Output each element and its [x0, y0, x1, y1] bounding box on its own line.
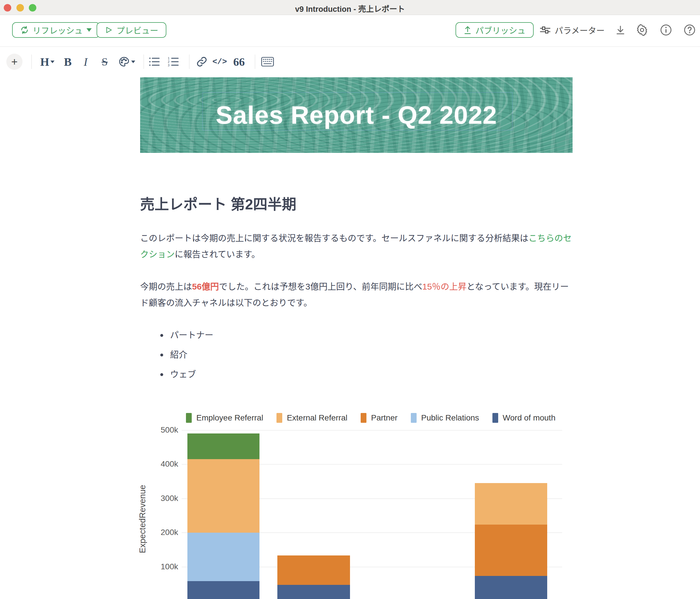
upload-icon	[464, 26, 472, 34]
keyboard-shortcuts-button[interactable]	[259, 47, 276, 76]
bar-segment	[475, 525, 547, 576]
legend-swatch	[186, 413, 192, 423]
quote-button[interactable]: 66	[231, 47, 247, 76]
list-item: ウェブ	[140, 364, 544, 384]
revenue-highlight: 56億円	[192, 282, 219, 291]
growth-highlight: 15％の上昇	[422, 282, 467, 291]
sliders-icon	[540, 25, 551, 35]
preview-button[interactable]: プレビュー	[97, 22, 166, 38]
chevron-down-icon	[50, 61, 54, 63]
paragraph-1: このレポートは今期の売上に関する状況を報告するものです。セールスファネルに関する…	[140, 230, 575, 262]
bar-segment	[188, 533, 259, 581]
gridline	[182, 430, 562, 431]
preview-label: プレビュー	[117, 24, 158, 36]
link-button[interactable]	[194, 47, 210, 76]
bar-segment	[277, 585, 350, 599]
chart-legend: Employee ReferralExternal ReferralPartne…	[186, 413, 555, 423]
legend-swatch	[493, 413, 498, 423]
action-toolbar: リフレッシュ プレビュー パブリッシュ パラメーター	[0, 15, 700, 47]
list-item: 紹介	[140, 345, 544, 364]
refresh-icon	[20, 26, 29, 34]
play-icon	[105, 26, 113, 34]
hero-image[interactable]: Sales Report - Q2 2022	[140, 77, 573, 153]
heading-style-button[interactable]: H	[38, 47, 56, 76]
legend-item: Word of mouth	[493, 413, 555, 423]
legend-item: Employee Referral	[186, 413, 263, 423]
toolbar-divider	[189, 54, 190, 69]
parameters-button[interactable]: パラメーター	[540, 22, 605, 38]
parameters-label: パラメーター	[555, 24, 605, 36]
bar-segment	[475, 483, 547, 524]
refresh-button[interactable]: リフレッシュ	[12, 22, 100, 38]
y-tick-label: 400k	[152, 459, 178, 469]
y-tick-label: 500k	[152, 425, 178, 435]
legend-item: Partner	[361, 413, 398, 423]
legend-label: Partner	[371, 413, 398, 423]
italic-button[interactable]: I	[78, 47, 93, 76]
bar-segment	[188, 433, 259, 459]
code-block-button[interactable]: </>	[211, 47, 228, 76]
publish-label: パブリッシュ	[475, 24, 526, 36]
legend-swatch	[361, 413, 367, 423]
text-color-button[interactable]	[117, 47, 137, 76]
y-axis-label: ExpectedRevenue	[138, 473, 149, 565]
formatting-toolbar: + H B I S 1 2 3	[0, 47, 700, 76]
bar-segment	[188, 459, 259, 533]
legend-label: Word of mouth	[503, 413, 555, 423]
help-icon[interactable]	[683, 22, 696, 38]
toolbar-divider	[144, 54, 144, 69]
gear-icon[interactable]	[636, 22, 648, 38]
bar-segment	[475, 576, 547, 599]
chevron-down-icon	[86, 28, 92, 32]
legend-label: Employee Referral	[196, 413, 263, 423]
bold-button[interactable]: B	[60, 47, 75, 76]
y-tick-label: 200k	[152, 528, 178, 537]
download-icon[interactable]	[615, 22, 626, 38]
bar-segment	[277, 555, 350, 585]
legend-swatch	[276, 413, 282, 423]
svg-text:3: 3	[168, 64, 170, 67]
legend-item: External Referral	[276, 413, 347, 423]
toolbar-divider	[255, 54, 255, 69]
window-title: v9 Introduction - 売上レポート	[0, 3, 700, 14]
info-icon[interactable]	[660, 22, 672, 38]
paragraph-2: 今期の売上は56億円でした。これは予想を3億円上回り、前年同期に比べ15％の上昇…	[140, 279, 575, 311]
numbered-list-button[interactable]: 1 2 3	[166, 47, 182, 76]
legend-swatch	[411, 413, 417, 423]
strikethrough-button[interactable]: S	[97, 47, 112, 76]
hero-title: Sales Report - Q2 2022	[216, 100, 497, 130]
stacked-bar-chart	[182, 424, 562, 599]
title-bar: v9 Introduction - 売上レポート	[0, 0, 700, 15]
document-heading: 売上レポート 第2四半期	[140, 193, 573, 213]
y-tick-label: 300k	[152, 494, 178, 503]
bullet-list-button[interactable]	[147, 47, 162, 76]
svg-text:2: 2	[168, 60, 170, 64]
add-cell-button[interactable]: +	[6, 54, 23, 70]
channel-list: パートナー 紹介 ウェブ	[140, 325, 544, 384]
list-item: パートナー	[140, 325, 544, 345]
legend-label: External Referral	[287, 413, 347, 423]
y-tick-label: 100k	[152, 562, 178, 571]
bar-segment	[188, 581, 259, 599]
legend-label: Public Relations	[421, 413, 479, 423]
refresh-label: リフレッシュ	[32, 24, 83, 36]
publish-button[interactable]: パブリッシュ	[455, 22, 534, 38]
svg-text:1: 1	[168, 56, 170, 60]
chevron-down-icon	[131, 61, 135, 63]
plus-icon: +	[11, 56, 18, 68]
legend-item: Public Relations	[411, 413, 479, 423]
palette-icon	[118, 56, 130, 68]
toolbar-divider	[31, 54, 32, 69]
